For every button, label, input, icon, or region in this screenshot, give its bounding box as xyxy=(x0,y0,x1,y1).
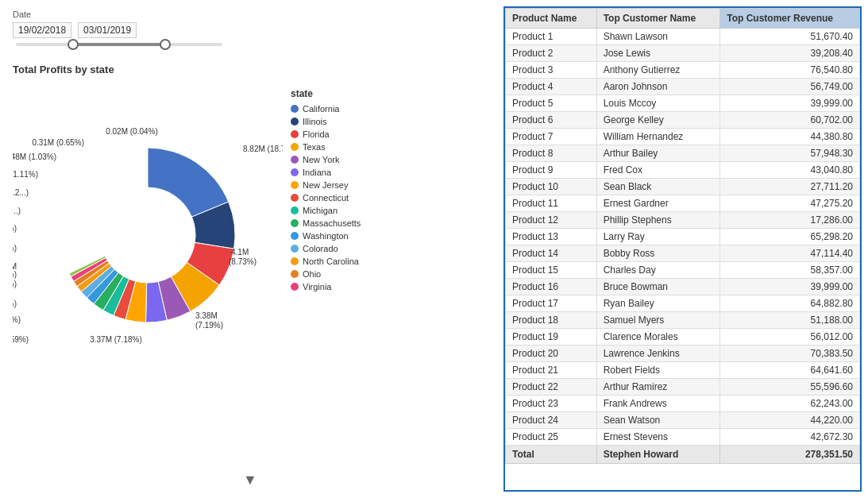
legend: state CaliforniaIllinoisFloridaTexasNew … xyxy=(291,88,361,295)
table-row[interactable]: Product 9Fred Cox43,040.80 xyxy=(506,162,860,179)
legend-item[interactable]: Texas xyxy=(291,142,361,152)
cell-revenue: 60,702.00 xyxy=(720,112,860,129)
svg-text:4.1M: 4.1M xyxy=(231,248,249,257)
date-label: Date xyxy=(13,10,488,19)
cell-revenue: 27,711.20 xyxy=(720,179,860,195)
legend-item[interactable]: Colorado xyxy=(291,244,361,253)
scroll-down-arrow[interactable]: ▼ xyxy=(13,472,488,488)
legend-item[interactable]: Florida xyxy=(291,129,361,139)
table-row[interactable]: Product 15Charles Day58,357.00 xyxy=(506,262,860,279)
cell-revenue: 55,596.60 xyxy=(720,379,860,396)
cell-customer: Sean Black xyxy=(596,179,720,195)
table-row[interactable]: Product 23Frank Andrews62,243.00 xyxy=(506,396,860,412)
table-row[interactable]: Product 1Shawn Lawson51,670.40 xyxy=(506,29,860,45)
table-row[interactable]: Product 18Samuel Myers51,188.00 xyxy=(506,312,860,329)
col-header-product[interactable]: Product Name xyxy=(506,9,597,29)
svg-text:0.02M (0.04%): 0.02M (0.04%) xyxy=(106,127,158,136)
date-end[interactable]: 03/01/2019 xyxy=(78,22,137,38)
cell-customer: Charles Day xyxy=(596,262,720,279)
cell-product: Product 7 xyxy=(506,129,597,145)
cell-product: Product 23 xyxy=(506,396,597,412)
cell-customer: Frank Andrews xyxy=(596,396,720,412)
cell-revenue: 44,380.80 xyxy=(720,129,860,145)
cell-product: Product 19 xyxy=(506,329,597,346)
legend-item[interactable]: New Jersey xyxy=(291,180,361,190)
legend-item[interactable]: California xyxy=(291,104,361,114)
table-row[interactable]: Product 5Louis Mccoy39,999.00 xyxy=(506,95,860,112)
table-row[interactable]: Product 24Sean Watson44,220.00 xyxy=(506,412,860,429)
legend-item[interactable]: North Carolina xyxy=(291,257,361,266)
left-panel: Date 19/02/2018 03/01/2019 Total Profits… xyxy=(0,0,500,498)
table-row[interactable]: Product 21Robert Fields64,641.60 xyxy=(506,362,860,379)
cell-revenue: 56,749.00 xyxy=(720,79,860,95)
date-start[interactable]: 19/02/2018 xyxy=(13,22,71,38)
cell-revenue: 65,298.20 xyxy=(720,229,860,245)
table-row[interactable]: Product 6George Kelley60,702.00 xyxy=(506,112,860,129)
donut-chart[interactable]: 8.82M (18.77%) 4.1M (8.73%) 3.38M (7.19%… xyxy=(13,80,283,382)
cell-customer: Ernest Gardner xyxy=(596,195,720,212)
table-header-row: Product Name Top Customer Name Top Custo… xyxy=(506,9,860,29)
legend-item[interactable]: Illinois xyxy=(291,117,361,126)
cell-customer: Aaron Johnson xyxy=(596,79,720,95)
cell-product: Product 9 xyxy=(506,162,597,179)
table-wrapper: Product Name Top Customer Name Top Custo… xyxy=(503,6,862,492)
legend-item[interactable]: Washington xyxy=(291,231,361,241)
table-row[interactable]: Product 17Ryan Bailey64,882.80 xyxy=(506,295,860,312)
svg-text:0.58M (1.2...): 0.58M (1.2...) xyxy=(13,188,29,197)
cell-revenue: 70,383.50 xyxy=(720,346,860,362)
table-row[interactable]: Product 2Jose Lewis39,208.40 xyxy=(506,45,860,62)
table-row[interactable]: Product 16Bruce Bowman39,999.00 xyxy=(506,279,860,295)
cell-product: Product 2 xyxy=(506,45,597,62)
cell-product: Product 8 xyxy=(506,145,597,162)
chart-area: 8.82M (18.77%) 4.1M (8.73%) 3.38M (7.19%… xyxy=(13,80,488,472)
cell-product: Product 10 xyxy=(506,179,597,195)
table-row[interactable]: Product 20Lawrence Jenkins70,383.50 xyxy=(506,346,860,362)
col-header-revenue[interactable]: Top Customer Revenue xyxy=(720,9,860,29)
legend-item[interactable]: Indiana xyxy=(291,168,361,177)
svg-text:0.48M (1.03%): 0.48M (1.03%) xyxy=(13,152,56,161)
donut-svg: 8.82M (18.77%) 4.1M (8.73%) 3.38M (7.19%… xyxy=(13,80,283,382)
slider-thumb-left[interactable] xyxy=(68,39,79,50)
table-row[interactable]: Product 13Larry Ray65,298.20 xyxy=(506,229,860,245)
table-row[interactable]: Product 19Clarence Morales56,012.00 xyxy=(506,329,860,346)
legend-item[interactable]: Massachusetts xyxy=(291,218,361,228)
cell-product: Product 16 xyxy=(506,279,597,295)
footer-total: 278,351.50 xyxy=(720,446,860,464)
table-row[interactable]: Product 4Aaron Johnson56,749.00 xyxy=(506,79,860,95)
table-row[interactable]: Product 11Ernest Gardner47,275.20 xyxy=(506,195,860,212)
slider-thumb-right[interactable] xyxy=(160,39,171,50)
cell-product: Product 24 xyxy=(506,412,597,429)
svg-text:0.7... (1....): 0.7... (1....) xyxy=(13,207,21,215)
svg-text:3.37M (7.18%): 3.37M (7.18%) xyxy=(90,335,142,344)
slider-track[interactable] xyxy=(16,43,222,46)
cell-product: Product 25 xyxy=(506,429,597,446)
legend-item[interactable]: Virginia xyxy=(291,282,361,291)
cell-product: Product 22 xyxy=(506,379,597,396)
cell-product: Product 15 xyxy=(506,262,597,279)
legend-item[interactable]: Ohio xyxy=(291,269,361,279)
svg-text:(2.12%): (2.12%) xyxy=(13,270,17,279)
cell-customer: Larry Ray xyxy=(596,229,720,245)
cell-product: Product 5 xyxy=(506,95,597,112)
cell-revenue: 17,286.00 xyxy=(720,212,860,229)
col-header-customer[interactable]: Top Customer Name xyxy=(596,9,720,29)
cell-revenue: 39,208.40 xyxy=(720,45,860,62)
legend-items: CaliforniaIllinoisFloridaTexasNew YorkIn… xyxy=(291,104,361,291)
cell-customer: Ryan Bailey xyxy=(596,295,720,312)
table-row[interactable]: Product 12Phillip Stephens17,286.00 xyxy=(506,212,860,229)
cell-customer: Clarence Morales xyxy=(596,329,720,346)
table-row[interactable]: Product 8Arthur Bailey57,948.30 xyxy=(506,145,860,162)
table-row[interactable]: Product 14Bobby Ross47,114.40 xyxy=(506,245,860,262)
cell-customer: Arthur Bailey xyxy=(596,145,720,162)
legend-item[interactable]: New York xyxy=(291,155,361,164)
table-row[interactable]: Product 10Sean Black27,711.20 xyxy=(506,179,860,195)
cell-revenue: 51,188.00 xyxy=(720,312,860,329)
cell-product: Product 20 xyxy=(506,346,597,362)
table-row[interactable]: Product 25Ernest Stevens42,672.30 xyxy=(506,429,860,446)
legend-item[interactable]: Connecticut xyxy=(291,193,361,203)
table-row[interactable]: Product 22Arthur Ramirez55,596.60 xyxy=(506,379,860,396)
table-row[interactable]: Product 3Anthony Gutierrez76,540.80 xyxy=(506,62,860,79)
legend-item[interactable]: Michigan xyxy=(291,206,361,215)
cell-product: Product 14 xyxy=(506,245,597,262)
table-row[interactable]: Product 7William Hernandez44,380.80 xyxy=(506,129,860,145)
